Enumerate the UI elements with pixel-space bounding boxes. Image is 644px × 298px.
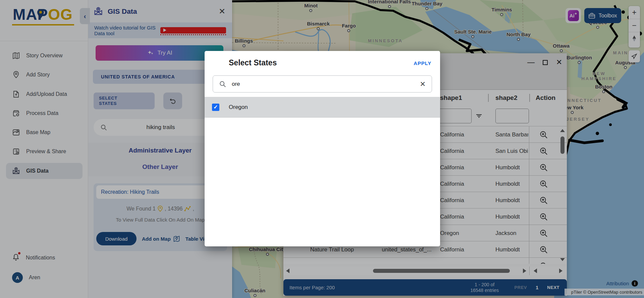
state-search-value: ore xyxy=(232,81,414,87)
state-option-list: ✓Oregon xyxy=(205,97,440,118)
app-root: MinotBismarckFargoBillingsMINNESOTAInter… xyxy=(0,0,644,298)
state-option-label: Oregon xyxy=(229,104,248,111)
state-checkbox[interactable]: ✓ xyxy=(212,104,219,111)
modal-title: Select States xyxy=(229,58,277,67)
search-icon xyxy=(219,80,226,88)
select-states-modal: Select States APPLY ore ✕ ✓Oregon xyxy=(205,51,440,246)
clear-search-icon[interactable]: ✕ xyxy=(420,80,426,87)
apply-button[interactable]: APPLY xyxy=(414,60,431,66)
state-option[interactable]: ✓Oregon xyxy=(205,97,440,118)
state-search-box[interactable]: ore ✕ xyxy=(213,75,432,93)
